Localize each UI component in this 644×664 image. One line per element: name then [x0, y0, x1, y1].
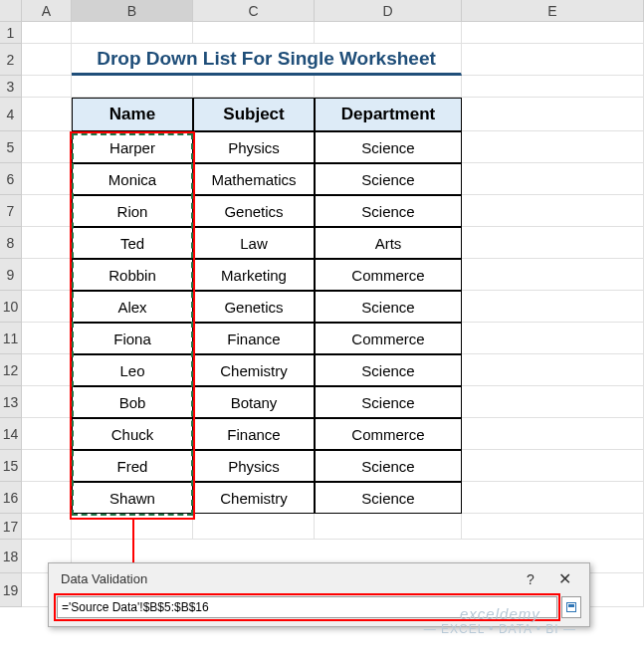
- cell-department[interactable]: Science: [315, 450, 462, 482]
- cell[interactable]: [462, 131, 644, 163]
- row-header[interactable]: 10: [0, 291, 22, 323]
- cell-name[interactable]: Harper: [72, 131, 193, 163]
- cell[interactable]: [22, 227, 72, 259]
- row-header[interactable]: 18: [0, 540, 22, 573]
- cell[interactable]: [462, 386, 644, 418]
- table-header-department[interactable]: Department: [315, 98, 462, 131]
- page-title[interactable]: Drop Down List For Single Worksheet: [72, 44, 462, 76]
- cell[interactable]: [22, 482, 72, 514]
- cell-name[interactable]: Leo: [72, 354, 193, 386]
- cell-department[interactable]: Commerce: [315, 259, 462, 291]
- cell[interactable]: [462, 418, 644, 450]
- cell-department[interactable]: Commerce: [315, 418, 462, 450]
- cell[interactable]: [462, 291, 644, 323]
- cell[interactable]: [462, 227, 644, 259]
- cell[interactable]: [22, 323, 72, 354]
- cell[interactable]: [22, 22, 72, 44]
- cell[interactable]: [462, 259, 644, 291]
- row-header[interactable]: 9: [0, 259, 22, 291]
- cell[interactable]: [22, 98, 72, 131]
- cell[interactable]: [22, 259, 72, 291]
- cell[interactable]: [22, 418, 72, 450]
- row-header[interactable]: 6: [0, 163, 22, 195]
- cell[interactable]: [22, 514, 72, 540]
- row-header[interactable]: 5: [0, 131, 22, 163]
- cell[interactable]: [22, 76, 72, 98]
- cell[interactable]: [462, 354, 644, 386]
- col-header-e[interactable]: E: [462, 0, 644, 21]
- cell[interactable]: [315, 22, 462, 44]
- row-header[interactable]: 8: [0, 227, 22, 259]
- cell[interactable]: [462, 98, 644, 131]
- cell-name[interactable]: Chuck: [72, 418, 193, 450]
- cell-subject[interactable]: Chemistry: [193, 354, 315, 386]
- cell-department[interactable]: Arts: [315, 227, 462, 259]
- cell-department[interactable]: Science: [315, 195, 462, 227]
- cell-department[interactable]: Commerce: [315, 323, 462, 354]
- cell-department[interactable]: Science: [315, 163, 462, 195]
- cell-name[interactable]: Rion: [72, 195, 193, 227]
- cell[interactable]: [22, 450, 72, 482]
- row-header[interactable]: 13: [0, 386, 22, 418]
- row-header[interactable]: 17: [0, 514, 22, 540]
- dialog-close-button[interactable]: ✕: [547, 569, 581, 588]
- cell-subject[interactable]: Law: [193, 227, 315, 259]
- cell-subject[interactable]: Physics: [193, 450, 315, 482]
- cell[interactable]: [22, 195, 72, 227]
- dialog-help-button[interactable]: ?: [514, 571, 547, 587]
- cell-subject[interactable]: Genetics: [193, 291, 315, 323]
- cell[interactable]: [193, 22, 315, 44]
- cell[interactable]: [462, 450, 644, 482]
- cell-name[interactable]: Alex: [72, 291, 193, 323]
- row-header[interactable]: 4: [0, 98, 22, 131]
- cell[interactable]: [22, 163, 72, 195]
- cell[interactable]: [193, 76, 315, 98]
- row-header[interactable]: 14: [0, 418, 22, 450]
- row-header[interactable]: 12: [0, 354, 22, 386]
- cell-name[interactable]: Bob: [72, 386, 193, 418]
- cell[interactable]: [462, 22, 644, 44]
- row-header[interactable]: 11: [0, 323, 22, 354]
- cell[interactable]: [22, 354, 72, 386]
- cell[interactable]: [462, 195, 644, 227]
- cell[interactable]: [22, 44, 72, 76]
- cell-subject[interactable]: Genetics: [193, 195, 315, 227]
- cell-department[interactable]: Science: [315, 354, 462, 386]
- cell[interactable]: [462, 163, 644, 195]
- col-header-b[interactable]: B: [72, 0, 193, 21]
- cell[interactable]: [462, 323, 644, 354]
- cell-subject[interactable]: Physics: [193, 131, 315, 163]
- cell-department[interactable]: Science: [315, 482, 462, 514]
- cell[interactable]: [315, 76, 462, 98]
- row-header[interactable]: 16: [0, 482, 22, 514]
- col-header-d[interactable]: D: [315, 0, 462, 21]
- cell[interactable]: [22, 131, 72, 163]
- select-all-corner[interactable]: [0, 0, 22, 22]
- dialog-titlebar[interactable]: Data Validation ? ✕: [49, 563, 589, 592]
- row-header[interactable]: 19: [0, 573, 22, 607]
- table-header-subject[interactable]: Subject: [193, 98, 315, 131]
- cell[interactable]: [315, 514, 462, 540]
- cell-subject[interactable]: Finance: [193, 323, 315, 354]
- cell[interactable]: [462, 514, 644, 540]
- cell-subject[interactable]: Botany: [193, 386, 315, 418]
- cell-name[interactable]: Monica: [72, 163, 193, 195]
- cell-name[interactable]: Shawn: [72, 482, 193, 514]
- cell[interactable]: [22, 386, 72, 418]
- cell[interactable]: [193, 514, 315, 540]
- cell-name[interactable]: Fred: [72, 450, 193, 482]
- cell-name[interactable]: Fiona: [72, 323, 193, 354]
- cell[interactable]: [22, 291, 72, 323]
- cell-subject[interactable]: Marketing: [193, 259, 315, 291]
- cell-subject[interactable]: Mathematics: [193, 163, 315, 195]
- cell[interactable]: [462, 482, 644, 514]
- row-header[interactable]: 3: [0, 76, 22, 98]
- row-header[interactable]: 1: [0, 22, 22, 44]
- table-header-name[interactable]: Name: [72, 98, 193, 131]
- cell[interactable]: [72, 22, 193, 44]
- cell-name[interactable]: Robbin: [72, 259, 193, 291]
- cell-department[interactable]: Science: [315, 291, 462, 323]
- cell-department[interactable]: Science: [315, 131, 462, 163]
- row-header[interactable]: 7: [0, 195, 22, 227]
- row-header[interactable]: 2: [0, 44, 22, 76]
